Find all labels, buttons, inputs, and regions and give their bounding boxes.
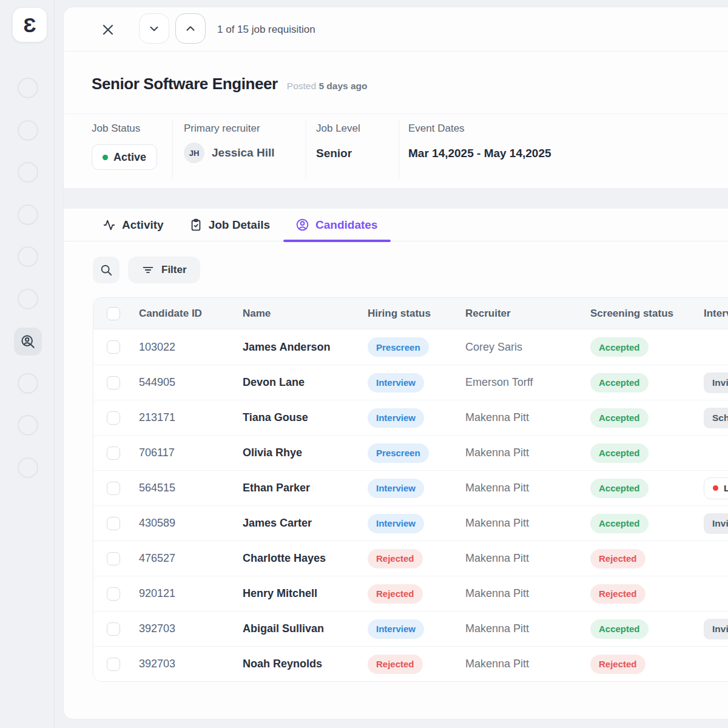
person-search-icon — [20, 334, 36, 349]
table-header-row: Candidate ID Name Hiring status Recruite… — [93, 298, 728, 329]
sidebar-placeholder-icon[interactable] — [18, 415, 38, 436]
tab-candidates[interactable]: Candidates — [295, 218, 377, 232]
table-row[interactable]: 476527 Charlotte Hayes Rejected Makenna … — [93, 541, 728, 576]
column-header-candidate-id: Candidate ID — [139, 298, 202, 329]
candidate-id-cell: 544905 — [139, 365, 175, 400]
row-checkbox[interactable] — [107, 482, 120, 495]
sidebar-placeholder-icon[interactable] — [18, 120, 38, 141]
live-dot-icon — [713, 485, 718, 491]
candidate-name-cell: Abigail Sullivan — [243, 612, 324, 646]
divider — [306, 120, 306, 178]
event-dates-label: Event Dates — [408, 123, 465, 135]
primary-recruiter-name: Jessica Hill — [212, 146, 275, 160]
status-pill-prescreen: Prescreen — [368, 443, 429, 463]
interview-status-cell: Invited — [704, 612, 728, 646]
hiring-status-cell: Rejected — [368, 576, 423, 611]
status-pill-interview: Interview — [368, 479, 424, 498]
table-row[interactable]: 392703 Noah Reynolds Rejected Makenna Pi… — [93, 646, 728, 681]
row-checkbox[interactable] — [107, 517, 120, 530]
status-pill-rejected: Rejected — [590, 655, 645, 674]
table-row[interactable]: 392703 Abigail Sullivan Interview Makenn… — [93, 611, 728, 646]
status-pill-invited: Invited — [704, 372, 728, 393]
sidebar-placeholder-icon[interactable] — [18, 246, 38, 267]
panel-topbar: 1 of 15 job requisition — [64, 7, 728, 52]
table-row[interactable]: 544905 Devon Lane Interview Emerson Torf… — [93, 365, 728, 400]
table-row[interactable]: 430589 James Carter Interview Makenna Pi… — [93, 505, 728, 541]
job-level-value: Senior — [316, 147, 352, 160]
app-logo[interactable]: Ɛ — [13, 8, 47, 42]
sidebar-placeholder-icon[interactable] — [18, 373, 38, 394]
active-dot-icon — [103, 155, 108, 160]
status-pill-rejected: Rejected — [368, 584, 423, 604]
sidebar-placeholder-icon[interactable] — [18, 162, 38, 183]
status-pill-prescreen: Prescreen — [368, 337, 429, 357]
chevron-up-icon — [184, 22, 197, 35]
activity-icon — [103, 218, 116, 232]
job-status-label: Job Status — [92, 123, 140, 135]
table-body: 103022 James Anderson Prescreen Corey Sa… — [93, 329, 728, 681]
job-status-value: Active — [113, 151, 146, 164]
tab-activity[interactable]: Activity — [103, 218, 164, 232]
recruiter-cell: Emerson Torff — [465, 365, 533, 400]
filter-button[interactable]: Filter — [128, 257, 200, 283]
screening-status-cell: Accepted — [590, 506, 649, 541]
screening-status-cell: Accepted — [590, 612, 649, 646]
column-header-interview-status: Interview status — [704, 298, 728, 329]
primary-recruiter-label: Primary recruiter — [184, 123, 260, 135]
table-row[interactable]: 564515 Ethan Parker Interview Makenna Pi… — [93, 470, 728, 505]
status-pill-rejected: Rejected — [368, 655, 423, 674]
filter-icon — [141, 263, 155, 277]
candidate-name-cell: Devon Lane — [243, 365, 305, 400]
clipboard-icon — [189, 218, 203, 232]
row-checkbox[interactable] — [107, 376, 120, 389]
row-checkbox[interactable] — [107, 622, 120, 636]
row-checkbox[interactable] — [107, 587, 120, 601]
candidate-name-cell: Ethan Parker — [243, 471, 310, 505]
chevron-down-icon — [147, 22, 161, 35]
status-pill-accepted: Accepted — [590, 619, 649, 639]
table-row[interactable]: 706117 Olivia Rhye Prescreen Makenna Pit… — [93, 435, 728, 470]
table-row[interactable]: 920121 Henry Mitchell Rejected Makenna P… — [93, 576, 728, 611]
table-row[interactable]: 103022 James Anderson Prescreen Corey Sa… — [93, 329, 728, 365]
interview-status-cell: Live — [704, 471, 728, 505]
candidate-name-cell: Tiana Gouse — [243, 400, 308, 435]
search-button[interactable] — [93, 257, 120, 283]
sidebar-placeholder-icon[interactable] — [18, 457, 38, 478]
close-icon[interactable] — [101, 22, 115, 37]
screening-status-cell: Accepted — [590, 471, 649, 505]
next-requisition-button[interactable] — [139, 13, 169, 44]
candidate-id-cell: 213171 — [139, 400, 175, 435]
candidate-id-cell: 430589 — [139, 506, 175, 541]
row-checkbox[interactable] — [107, 658, 120, 671]
row-checkbox[interactable] — [107, 340, 120, 354]
candidate-name-cell: James Anderson — [243, 329, 330, 365]
sidebar-placeholder-icon[interactable] — [18, 204, 38, 225]
candidate-name-cell: Olivia Rhye — [243, 436, 302, 470]
screening-status-cell: Rejected — [590, 647, 645, 681]
tab-job-details[interactable]: Job Details — [189, 218, 270, 232]
column-header-name: Name — [243, 298, 271, 329]
sidebar-item-candidate-search[interactable] — [14, 328, 42, 356]
select-all-checkbox[interactable] — [107, 307, 120, 320]
status-pill-invited: Invited — [704, 513, 728, 534]
screening-status-cell: Accepted — [590, 329, 649, 365]
sidebar: Ɛ — [0, 0, 55, 728]
sidebar-placeholder-icon[interactable] — [18, 289, 38, 309]
table-row[interactable]: 213171 Tiana Gouse Interview Makenna Pit… — [93, 400, 728, 435]
job-meta-row: Job Status Active Primary recruiter JH J… — [64, 114, 728, 188]
sidebar-placeholder-icon[interactable] — [18, 78, 38, 98]
row-checkbox[interactable] — [107, 552, 120, 565]
column-header-hiring-status: Hiring status — [368, 298, 431, 329]
candidate-id-cell: 564515 — [139, 471, 175, 505]
status-pill-accepted: Accepted — [590, 337, 649, 357]
status-pill-interview: Interview — [368, 514, 424, 533]
previous-requisition-button[interactable] — [175, 13, 206, 44]
candidate-id-cell: 476527 — [139, 541, 175, 576]
recruiter-cell: Makenna Pitt — [465, 506, 529, 541]
hiring-status-cell: Interview — [368, 400, 424, 435]
candidate-name-cell: James Carter — [243, 506, 312, 541]
hiring-status-cell: Interview — [368, 471, 424, 505]
tab-bar: Activity Job Details Candidates — [64, 209, 728, 241]
row-checkbox[interactable] — [107, 447, 120, 460]
row-checkbox[interactable] — [107, 411, 120, 425]
